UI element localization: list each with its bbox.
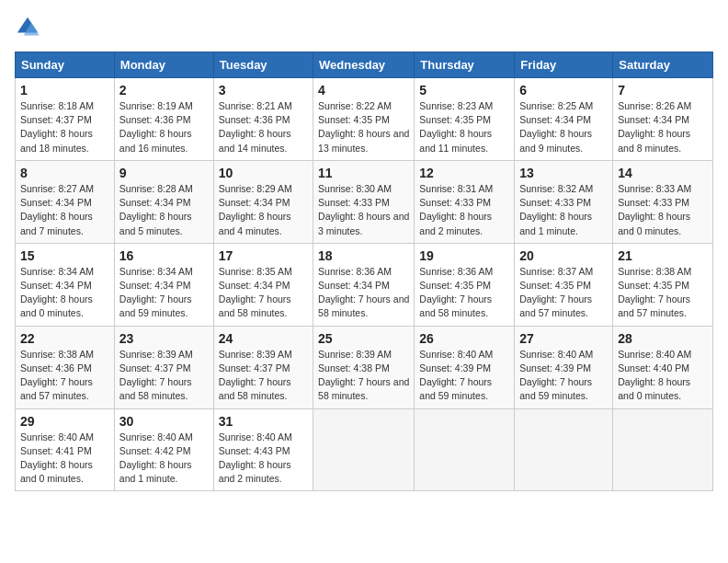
day-info: Sunrise: 8:31 AM Sunset: 4:33 PM Dayligh… <box>419 182 509 238</box>
calendar-cell: 6 Sunrise: 8:25 AM Sunset: 4:34 PM Dayli… <box>515 78 613 161</box>
calendar-cell <box>313 408 415 491</box>
calendar-cell: 30 Sunrise: 8:40 AM Sunset: 4:42 PM Dayl… <box>114 408 213 491</box>
calendar-cell: 27 Sunrise: 8:40 AM Sunset: 4:39 PM Dayl… <box>515 326 613 408</box>
day-info: Sunrise: 8:38 AM Sunset: 4:36 PM Dayligh… <box>20 348 109 404</box>
day-number: 26 <box>419 331 509 346</box>
day-info: Sunrise: 8:36 AM Sunset: 4:34 PM Dayligh… <box>318 265 409 321</box>
calendar-cell: 17 Sunrise: 8:35 AM Sunset: 4:34 PM Dayl… <box>213 243 313 326</box>
day-info: Sunrise: 8:38 AM Sunset: 4:35 PM Dayligh… <box>618 265 708 321</box>
day-info: Sunrise: 8:40 AM Sunset: 4:43 PM Dayligh… <box>219 431 308 487</box>
calendar-week-2: 8 Sunrise: 8:27 AM Sunset: 4:34 PM Dayli… <box>16 160 713 243</box>
day-number: 19 <box>419 248 509 263</box>
day-number: 20 <box>519 248 608 263</box>
calendar-cell: 26 Sunrise: 8:40 AM Sunset: 4:39 PM Dayl… <box>415 326 515 408</box>
calendar-cell: 1 Sunrise: 8:18 AM Sunset: 4:37 PM Dayli… <box>16 78 115 161</box>
calendar-cell: 24 Sunrise: 8:39 AM Sunset: 4:37 PM Dayl… <box>213 326 313 408</box>
day-number: 27 <box>519 331 608 346</box>
day-info: Sunrise: 8:22 AM Sunset: 4:35 PM Dayligh… <box>318 99 409 155</box>
day-info: Sunrise: 8:34 AM Sunset: 4:34 PM Dayligh… <box>20 265 109 321</box>
calendar-cell: 4 Sunrise: 8:22 AM Sunset: 4:35 PM Dayli… <box>313 78 415 161</box>
day-number: 3 <box>219 83 308 98</box>
day-number: 31 <box>219 414 308 429</box>
day-number: 2 <box>119 83 209 98</box>
calendar-cell <box>613 408 713 491</box>
day-info: Sunrise: 8:21 AM Sunset: 4:36 PM Dayligh… <box>219 99 308 155</box>
day-number: 30 <box>119 414 209 429</box>
calendar-week-4: 22 Sunrise: 8:38 AM Sunset: 4:36 PM Dayl… <box>16 326 713 408</box>
calendar-cell: 15 Sunrise: 8:34 AM Sunset: 4:34 PM Dayl… <box>16 243 115 326</box>
calendar-cell: 18 Sunrise: 8:36 AM Sunset: 4:34 PM Dayl… <box>313 243 415 326</box>
calendar-cell: 2 Sunrise: 8:19 AM Sunset: 4:36 PM Dayli… <box>114 78 213 161</box>
day-number: 1 <box>20 83 109 98</box>
day-header-thursday: Thursday <box>415 52 515 78</box>
day-header-wednesday: Wednesday <box>313 52 415 78</box>
day-info: Sunrise: 8:30 AM Sunset: 4:33 PM Dayligh… <box>318 182 409 238</box>
day-info: Sunrise: 8:25 AM Sunset: 4:34 PM Dayligh… <box>519 99 608 155</box>
day-info: Sunrise: 8:29 AM Sunset: 4:34 PM Dayligh… <box>219 182 308 238</box>
day-header-friday: Friday <box>515 52 613 78</box>
calendar-cell: 3 Sunrise: 8:21 AM Sunset: 4:36 PM Dayli… <box>213 78 313 161</box>
day-number: 15 <box>20 248 109 263</box>
calendar-cell: 16 Sunrise: 8:34 AM Sunset: 4:34 PM Dayl… <box>114 243 213 326</box>
page-header <box>15 15 713 40</box>
day-number: 17 <box>219 248 308 263</box>
calendar-week-1: 1 Sunrise: 8:18 AM Sunset: 4:37 PM Dayli… <box>16 78 713 161</box>
day-info: Sunrise: 8:19 AM Sunset: 4:36 PM Dayligh… <box>119 99 209 155</box>
calendar-cell: 31 Sunrise: 8:40 AM Sunset: 4:43 PM Dayl… <box>213 408 313 491</box>
day-header-saturday: Saturday <box>613 52 713 78</box>
day-header-sunday: Sunday <box>16 52 115 78</box>
day-info: Sunrise: 8:40 AM Sunset: 4:39 PM Dayligh… <box>419 348 509 404</box>
day-number: 23 <box>119 331 209 346</box>
day-number: 18 <box>318 248 409 263</box>
day-info: Sunrise: 8:37 AM Sunset: 4:35 PM Dayligh… <box>519 265 608 321</box>
calendar-cell: 8 Sunrise: 8:27 AM Sunset: 4:34 PM Dayli… <box>16 160 115 243</box>
calendar-cell: 10 Sunrise: 8:29 AM Sunset: 4:34 PM Dayl… <box>213 160 313 243</box>
day-number: 13 <box>519 166 608 180</box>
calendar-cell: 25 Sunrise: 8:39 AM Sunset: 4:38 PM Dayl… <box>313 326 415 408</box>
calendar-cell: 12 Sunrise: 8:31 AM Sunset: 4:33 PM Dayl… <box>415 160 515 243</box>
calendar-cell <box>515 408 613 491</box>
calendar-cell: 14 Sunrise: 8:33 AM Sunset: 4:33 PM Dayl… <box>613 160 713 243</box>
logo <box>15 15 44 40</box>
day-number: 10 <box>219 166 308 180</box>
day-info: Sunrise: 8:39 AM Sunset: 4:37 PM Dayligh… <box>219 348 308 404</box>
calendar-cell: 29 Sunrise: 8:40 AM Sunset: 4:41 PM Dayl… <box>16 408 115 491</box>
day-info: Sunrise: 8:28 AM Sunset: 4:34 PM Dayligh… <box>119 182 209 238</box>
calendar-cell: 23 Sunrise: 8:39 AM Sunset: 4:37 PM Dayl… <box>114 326 213 408</box>
day-info: Sunrise: 8:33 AM Sunset: 4:33 PM Dayligh… <box>618 182 708 238</box>
day-info: Sunrise: 8:39 AM Sunset: 4:38 PM Dayligh… <box>318 348 409 404</box>
day-number: 8 <box>20 166 109 180</box>
calendar-cell: 11 Sunrise: 8:30 AM Sunset: 4:33 PM Dayl… <box>313 160 415 243</box>
calendar-cell: 5 Sunrise: 8:23 AM Sunset: 4:35 PM Dayli… <box>415 78 515 161</box>
day-number: 14 <box>618 166 708 180</box>
day-number: 24 <box>219 331 308 346</box>
day-number: 7 <box>618 83 708 98</box>
day-number: 25 <box>318 331 409 346</box>
day-number: 6 <box>519 83 608 98</box>
logo-icon <box>15 15 40 40</box>
calendar-header-row: SundayMondayTuesdayWednesdayThursdayFrid… <box>16 52 713 78</box>
day-info: Sunrise: 8:34 AM Sunset: 4:34 PM Dayligh… <box>119 265 209 321</box>
day-number: 28 <box>618 331 708 346</box>
calendar-cell: 9 Sunrise: 8:28 AM Sunset: 4:34 PM Dayli… <box>114 160 213 243</box>
day-info: Sunrise: 8:39 AM Sunset: 4:37 PM Dayligh… <box>119 348 209 404</box>
day-info: Sunrise: 8:36 AM Sunset: 4:35 PM Dayligh… <box>419 265 509 321</box>
day-info: Sunrise: 8:40 AM Sunset: 4:40 PM Dayligh… <box>618 348 708 404</box>
calendar-cell: 19 Sunrise: 8:36 AM Sunset: 4:35 PM Dayl… <box>415 243 515 326</box>
day-info: Sunrise: 8:40 AM Sunset: 4:41 PM Dayligh… <box>20 431 109 487</box>
day-info: Sunrise: 8:27 AM Sunset: 4:34 PM Dayligh… <box>20 182 109 238</box>
day-info: Sunrise: 8:40 AM Sunset: 4:42 PM Dayligh… <box>119 431 209 487</box>
day-number: 9 <box>119 166 209 180</box>
day-number: 12 <box>419 166 509 180</box>
day-header-monday: Monday <box>114 52 213 78</box>
day-info: Sunrise: 8:40 AM Sunset: 4:39 PM Dayligh… <box>519 348 608 404</box>
day-info: Sunrise: 8:26 AM Sunset: 4:34 PM Dayligh… <box>618 99 708 155</box>
day-info: Sunrise: 8:23 AM Sunset: 4:35 PM Dayligh… <box>419 99 509 155</box>
day-number: 21 <box>618 248 708 263</box>
calendar-cell <box>415 408 515 491</box>
day-number: 22 <box>20 331 109 346</box>
day-number: 11 <box>318 166 409 180</box>
calendar-cell: 7 Sunrise: 8:26 AM Sunset: 4:34 PM Dayli… <box>613 78 713 161</box>
calendar-cell: 22 Sunrise: 8:38 AM Sunset: 4:36 PM Dayl… <box>16 326 115 408</box>
day-info: Sunrise: 8:35 AM Sunset: 4:34 PM Dayligh… <box>219 265 308 321</box>
